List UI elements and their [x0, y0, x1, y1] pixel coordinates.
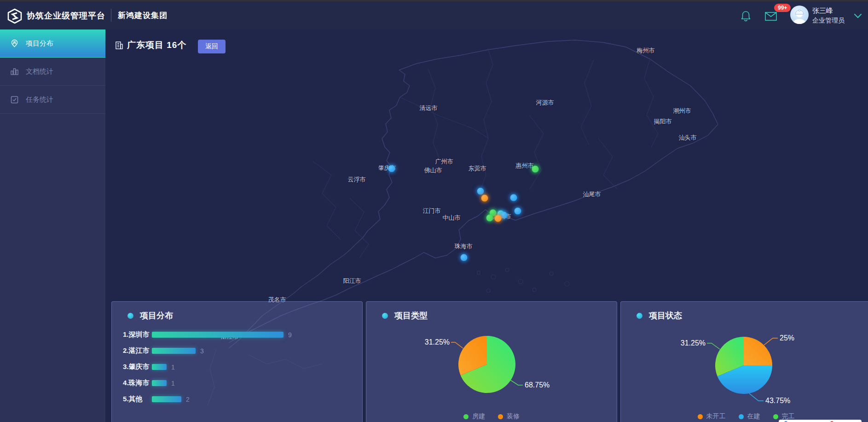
- task-list-icon: [10, 95, 19, 104]
- app-title: 协筑企业级管理平台: [27, 1, 105, 29]
- project-dot-orange[interactable]: [481, 195, 488, 202]
- bar-chart-row: 2.湛江市3: [123, 343, 358, 359]
- legend-item[interactable]: 未开工: [698, 412, 726, 421]
- legend-dot: [698, 414, 703, 419]
- map-city-label: 河源市: [536, 99, 554, 107]
- user-name: 张三峰: [812, 6, 833, 15]
- pie-chart-project-type: 31.25% 68.75%: [366, 302, 618, 422]
- legend-dot: [463, 414, 469, 419]
- legend-dot: [498, 414, 503, 419]
- window-top-strip: [0, 0, 868, 1]
- bar-chart-row: 1.深圳市9: [123, 327, 358, 343]
- panel-title: 项目分布: [140, 310, 173, 321]
- bar-category-label: 2.湛江市: [123, 346, 152, 355]
- sidebar: 项目分布文档统计任务统计: [0, 29, 105, 422]
- map-city-label: 中山市: [443, 214, 461, 222]
- panel-project-type: 项目类型 31.25% 68.75% 房建装修: [366, 301, 617, 422]
- map-city-label: 惠州市: [516, 162, 534, 170]
- panel-title-dot: [127, 313, 133, 319]
- bar-category-label: 4.珠海市: [123, 379, 152, 387]
- project-dot-blue[interactable]: [501, 212, 508, 219]
- bar-value: 9: [288, 331, 292, 339]
- map-city-label: 云浮市: [348, 176, 366, 184]
- project-dot-blue[interactable]: [461, 254, 468, 261]
- map-city-label: 清远市: [420, 104, 438, 112]
- map-city-label: 广州市: [435, 158, 453, 166]
- bell-icon[interactable]: [741, 10, 751, 22]
- pie-legend: 房建装修: [366, 412, 617, 421]
- org-name: 新鸿建设集团: [118, 1, 168, 29]
- legend-label: 未开工: [706, 412, 726, 421]
- project-dot-orange[interactable]: [495, 215, 502, 222]
- bar: [152, 396, 181, 402]
- legend-item[interactable]: 装修: [498, 412, 520, 421]
- project-dot-blue[interactable]: [477, 188, 484, 195]
- panel-title-row: 项目分布: [112, 302, 362, 321]
- map-city-label: 汕头市: [679, 134, 697, 142]
- map-city-label: 江门市: [423, 207, 441, 215]
- chevron-down-icon[interactable]: [854, 13, 862, 19]
- bar-category-label: 5.其他: [123, 395, 152, 404]
- bar-chart-row: 3.肇庆市1: [123, 359, 358, 375]
- map-city-label: 揭阳市: [654, 117, 672, 126]
- back-button[interactable]: 返回: [198, 40, 226, 53]
- app-header: 协筑企业级管理平台 新鸿建设集团 99+ 张三峰 企业管理员: [0, 1, 868, 29]
- map-city-label: 梅州市: [637, 47, 655, 55]
- bar-value: 3: [200, 347, 204, 355]
- legend-dot: [773, 414, 778, 419]
- bar-value: 1: [171, 363, 175, 371]
- app-logo-icon: [7, 8, 23, 24]
- sidebar-item-label: 任务统计: [26, 95, 53, 104]
- bar-value: 1: [171, 380, 175, 387]
- panel-project-status: 项目状态 25% 43.75% 31.25% 未开工在建完工: [620, 301, 868, 422]
- dashboard-root: 协筑企业级管理平台 新鸿建设集团 99+ 张三峰 企业管理员 项目分布文档统计任…: [0, 0, 868, 422]
- tooltip-popup-cutoff: [779, 420, 862, 422]
- pie-pct-label: 25%: [780, 334, 794, 342]
- bar-category-label: 3.肇庆市: [123, 363, 152, 371]
- building-icon: [115, 41, 123, 50]
- bar-category-label: 1.深圳市: [123, 330, 152, 339]
- bar-value: 2: [186, 396, 190, 403]
- legend-label: 在建: [747, 412, 760, 421]
- legend-label: 装修: [507, 412, 520, 421]
- pie-pct-label: 31.25%: [681, 339, 706, 347]
- project-dot-green[interactable]: [532, 166, 539, 173]
- user-role: 企业管理员: [812, 16, 845, 24]
- sidebar-item-1[interactable]: 项目分布: [0, 29, 105, 58]
- pie-pct-label: 68.75%: [525, 381, 550, 389]
- bar-chart: 1.深圳市92.湛江市33.肇庆市14.珠海市15.其他2: [123, 327, 358, 407]
- panel-project-distribution: 项目分布 1.深圳市92.湛江市33.肇庆市14.珠海市15.其他2: [111, 301, 363, 422]
- sidebar-item-label: 文档统计: [26, 67, 53, 76]
- map-city-label: 东莞市: [469, 164, 486, 173]
- map-title: 广东项目 16个: [127, 39, 186, 51]
- bar: [152, 364, 167, 370]
- sidebar-item-label: 项目分布: [26, 39, 53, 48]
- bar-chart-icon: [10, 67, 19, 76]
- legend-item[interactable]: 房建: [463, 412, 485, 421]
- legend-label: 房建: [472, 412, 485, 421]
- sidebar-item-3[interactable]: 任务统计: [0, 86, 105, 114]
- pie-pct-label: 31.25%: [425, 338, 450, 346]
- avatar[interactable]: [790, 6, 809, 24]
- bar: [152, 380, 167, 386]
- project-dot-green[interactable]: [486, 215, 493, 222]
- map-pin-icon: [10, 39, 19, 48]
- bar: [152, 332, 284, 338]
- pie-pct-label: 43.75%: [765, 397, 790, 404]
- bar-chart-row: 4.珠海市1: [123, 375, 358, 391]
- project-dot-blue[interactable]: [388, 165, 395, 172]
- map-city-label: 佛山市: [424, 166, 442, 175]
- mail-count-badge: 99+: [774, 4, 791, 12]
- sidebar-item-2[interactable]: 文档统计: [0, 58, 105, 86]
- project-dot-blue[interactable]: [515, 208, 521, 215]
- pie-chart-project-status: 25% 43.75% 31.25%: [621, 302, 868, 422]
- mail-icon[interactable]: [765, 12, 777, 21]
- project-dot-blue[interactable]: [510, 194, 517, 201]
- map-header: 广东项目 16个: [115, 39, 186, 51]
- map-city-label: 汕尾市: [583, 190, 601, 199]
- header-divider: [111, 9, 111, 22]
- pie-slice-未开工[interactable]: [744, 337, 772, 365]
- legend-item[interactable]: 在建: [739, 412, 760, 421]
- map-city-label: 珠海市: [455, 242, 473, 251]
- bar-chart-row: 5.其他2: [123, 391, 358, 407]
